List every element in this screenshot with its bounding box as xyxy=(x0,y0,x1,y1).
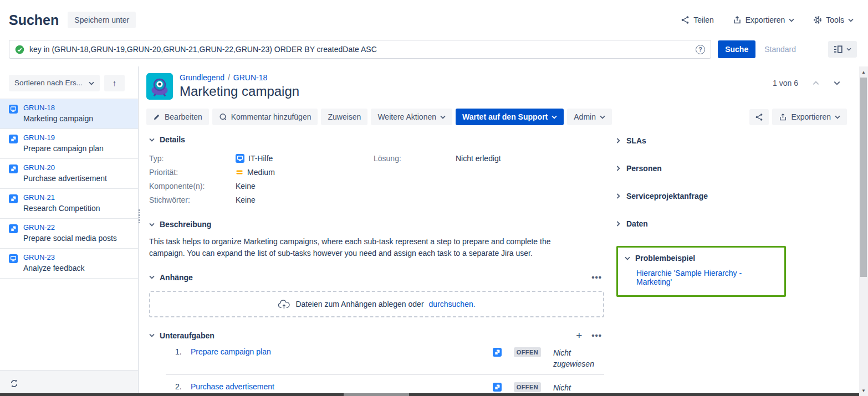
subtask-row: 1. Prepare campaign plan OFFEN Nicht zug… xyxy=(149,340,604,374)
panel-label: Personen xyxy=(626,164,662,173)
panel-daten[interactable]: Daten xyxy=(616,218,789,229)
panel-slas[interactable]: SLAs xyxy=(616,135,789,146)
panel-personen[interactable]: Personen xyxy=(616,163,789,174)
chevron-down-icon xyxy=(848,18,854,22)
detail-view-icon xyxy=(834,45,843,53)
query-valid-check-icon xyxy=(15,45,24,54)
vertical-scrollbar[interactable]: ▲ ▼ xyxy=(859,66,868,396)
assign-button[interactable]: Zuweisen xyxy=(321,109,367,125)
list-item-grun-21[interactable]: GRUN-21 Research Competition xyxy=(0,188,138,218)
subtask-link[interactable]: Purchase advertisement xyxy=(191,382,493,391)
sort-direction-button[interactable]: ↑ xyxy=(104,75,125,91)
export-menu-button[interactable]: Exportieren xyxy=(733,16,795,24)
collapse-chevron-down-icon[interactable] xyxy=(149,275,155,279)
list-item-grun-19[interactable]: GRUN-19 Prepare campaign plan xyxy=(0,128,138,158)
hierarchy-link[interactable]: Hierarchie 'Sample Hierarchy - Marketing… xyxy=(636,269,778,286)
description-text: This task helps to organize Marketing ca… xyxy=(149,236,560,259)
breadcrumb-issue-link[interactable]: GRUN-18 xyxy=(233,73,267,82)
refresh-icon[interactable] xyxy=(10,379,18,388)
chevron-right-icon xyxy=(616,138,620,143)
share-icon xyxy=(755,113,763,121)
jql-search-input[interactable]: key in (GRUN-18,GRUN-19,GRUN-20,GRUN-21,… xyxy=(9,40,711,59)
standard-mode-link[interactable]: Standard xyxy=(764,45,796,54)
results-sidebar: Sortieren nach Ers... ↑ GRUN-18 Marketin… xyxy=(0,66,139,396)
share-issue-button[interactable] xyxy=(749,109,769,125)
status-transition-button[interactable]: Wartet auf den Support xyxy=(456,109,564,125)
export-issue-label: Exportieren xyxy=(791,112,831,121)
issue-toolbar: Bearbeiten Kommentar hinzufügen Zuweisen… xyxy=(146,109,859,125)
chevron-down-icon xyxy=(600,115,605,119)
issue-key: GRUN-18 xyxy=(23,104,93,112)
tools-menu-button[interactable]: Tools xyxy=(813,16,854,24)
it-help-type-icon xyxy=(9,105,18,114)
horizontal-scrollbar-thumb[interactable] xyxy=(344,393,409,396)
problem-heading: Problembeispiel xyxy=(635,254,695,263)
chevron-down-icon xyxy=(789,18,794,22)
subtask-type-icon xyxy=(493,383,502,392)
chevron-right-icon xyxy=(616,193,620,199)
chevron-down-icon xyxy=(846,48,851,51)
description-heading: Beschreibung xyxy=(160,220,211,229)
previous-issue-chevron-up-icon[interactable] xyxy=(813,81,819,85)
priority-medium-icon xyxy=(236,168,243,176)
share-icon xyxy=(681,16,690,24)
add-comment-button[interactable]: Kommentar hinzufügen xyxy=(212,109,318,125)
chevron-right-icon xyxy=(616,221,620,227)
add-subtask-button[interactable]: + xyxy=(574,332,584,340)
issue-key: GRUN-23 xyxy=(23,253,85,261)
chevron-down-icon xyxy=(89,81,94,85)
sort-label: Sortieren nach Ers... xyxy=(14,79,83,88)
pencil-icon xyxy=(153,113,161,121)
field-label: Komponente(n): xyxy=(149,182,236,191)
subtask-link[interactable]: Prepare campaign plan xyxy=(191,347,493,356)
browse-files-link[interactable]: durchsuchen. xyxy=(429,300,476,308)
subtask-number: 1. xyxy=(175,347,191,356)
list-item-grun-18[interactable]: GRUN-18 Marketing campaign xyxy=(0,99,138,128)
next-issue-chevron-down-icon[interactable] xyxy=(834,81,840,85)
details-heading: Details xyxy=(160,135,185,144)
subtask-number: 2. xyxy=(175,382,191,391)
syntax-help-icon[interactable]: ? xyxy=(696,45,705,54)
panel-serviceprojektanfrage[interactable]: Serviceprojektanfrage xyxy=(616,191,789,202)
collapse-chevron-down-icon[interactable] xyxy=(149,223,155,227)
admin-menu-button[interactable]: Admin xyxy=(567,109,612,125)
chevron-down-icon xyxy=(835,115,840,119)
vertical-scrollbar-thumb[interactable] xyxy=(860,78,867,277)
cloud-upload-icon xyxy=(278,299,290,310)
list-item-grun-20[interactable]: GRUN-20 Purchase advertisement xyxy=(0,158,138,188)
share-button[interactable]: Teilen xyxy=(681,16,714,24)
search-button[interactable]: Suche xyxy=(718,40,755,58)
more-actions-label: Weitere Aktionen xyxy=(377,112,436,121)
scroll-up-arrow-icon[interactable]: ▲ xyxy=(859,68,868,76)
horizontal-scrollbar[interactable] xyxy=(0,393,859,396)
save-as-button[interactable]: Speichern unter xyxy=(68,12,136,28)
status-badge: OFFEN xyxy=(514,382,541,392)
list-item-grun-23[interactable]: GRUN-23 Analyze feedback xyxy=(0,248,138,279)
sidebar-resize-handle[interactable] xyxy=(139,209,140,223)
jira-issue-search-page: Suchen Speichern unter Teilen Exportiere… xyxy=(0,0,868,396)
attachment-dropzone[interactable]: Dateien zum Anhängen ablegen oder durchs… xyxy=(149,291,604,317)
jql-query-text: key in (GRUN-18,GRUN-19,GRUN-20,GRUN-21,… xyxy=(29,45,691,54)
collapse-chevron-down-icon[interactable] xyxy=(149,138,155,142)
panel-label: Serviceprojektanfrage xyxy=(626,192,708,200)
subtasks-more-menu[interactable]: ••• xyxy=(589,331,604,340)
attachments-more-menu[interactable]: ••• xyxy=(589,272,604,282)
list-item-grun-22[interactable]: GRUN-22 Prepare social media posts xyxy=(0,218,138,248)
collapse-chevron-down-icon[interactable] xyxy=(149,333,155,337)
field-value: IT-Hilfe xyxy=(248,154,273,163)
breadcrumb-project-link[interactable]: Grundlegend xyxy=(180,73,224,82)
issue-summary: Prepare campaign plan xyxy=(23,144,104,153)
export-issue-button[interactable]: Exportieren xyxy=(772,109,847,125)
panel-problembeispiel[interactable]: Problembeispiel xyxy=(625,254,778,263)
result-pagination: 1 von 6 xyxy=(773,79,840,88)
sort-dropdown[interactable]: Sortieren nach Ers... xyxy=(9,75,100,91)
edit-button[interactable]: Bearbeiten xyxy=(146,109,209,125)
layout-switcher-button[interactable] xyxy=(828,41,857,58)
scroll-down-arrow-icon[interactable]: ▼ xyxy=(859,386,868,395)
breadcrumb: Grundlegend / GRUN-18 xyxy=(180,73,299,82)
subtasks-heading: Unteraufgaben xyxy=(160,331,215,340)
subtask-type-icon xyxy=(9,194,18,203)
problem-example-highlight-box: Problembeispiel Hierarchie 'Sample Hiera… xyxy=(616,246,786,297)
issue-title: Marketing campaign xyxy=(180,84,299,99)
more-actions-button[interactable]: Weitere Aktionen xyxy=(371,109,452,125)
